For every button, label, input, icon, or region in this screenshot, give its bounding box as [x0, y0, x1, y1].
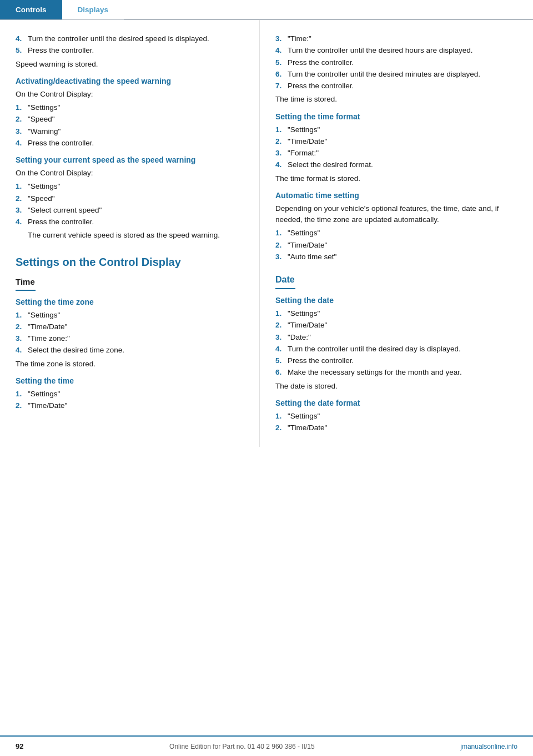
time-format-result: The time format is stored. [275, 173, 520, 184]
time-format-list: 1. "Settings" 2. "Time/Date" 3. "Format:… [275, 124, 520, 171]
list-item: 7. Press the controller. [275, 80, 520, 92]
auto-time-list: 1. "Settings" 2. "Time/Date" 3. "Auto ti… [275, 228, 520, 263]
section2-list: 1. "Settings" 2. "Speed" 3. "Select curr… [16, 181, 244, 228]
time-format-title: Setting the time format [275, 112, 520, 121]
setting-date-title: Setting the date [275, 296, 520, 305]
date-result: The date is stored. [275, 381, 520, 392]
date-format-title: Setting the date format [275, 399, 520, 407]
list-item: 1. "Settings" [275, 411, 520, 422]
list-item: 3. "Auto time set" [275, 251, 520, 263]
intro-list: 4. Turn the controller until the desired… [16, 33, 244, 57]
section2-title: Setting your current speed as the speed … [16, 155, 244, 164]
list-item: 4. Turn the controller until the desired… [275, 45, 520, 56]
section2-subtitle: On the Control Display: [16, 168, 244, 179]
list-item: 3. "Date:" [275, 332, 520, 343]
list-item: 3. "Time zone:" [16, 333, 244, 344]
section3-title: Settings on the Control Display [16, 255, 244, 269]
setting-time-title: Setting the time [16, 376, 244, 385]
list-item: 4. Turn the controller until the desired… [16, 33, 244, 44]
list-item: 6. Make the necessary settings for the m… [275, 367, 520, 378]
list-item: 4. Press the controller. [16, 138, 244, 149]
header-tabs: Controls Displays [0, 0, 533, 20]
section1-subtitle: On the Control Display: [16, 89, 244, 100]
list-item: 2. "Time/Date" [16, 400, 244, 411]
list-item: 3. "Format:" [275, 148, 520, 159]
setting-date-list: 1. "Settings" 2. "Time/Date" 3. "Date:" … [275, 308, 520, 379]
section1-title: Activating/deactivating the speed warnin… [16, 77, 244, 85]
footer: 92 Online Edition for Part no. 01 40 2 9… [0, 735, 533, 756]
date-divider [275, 288, 295, 289]
time-zone-result: The time zone is stored. [16, 359, 244, 370]
list-item: 3. "Select current speed" [16, 205, 244, 216]
list-item: 6. Turn the controller until the desired… [275, 69, 520, 80]
tab-displays[interactable]: Displays [62, 0, 124, 19]
section2-sub: The current vehicle speed is stored as t… [28, 230, 244, 241]
time-zone-title: Setting the time zone [16, 298, 244, 306]
time-result: The time is stored. [275, 94, 520, 105]
footer-logo: jmanualsonline.info [460, 743, 517, 750]
time-divider [16, 290, 36, 291]
auto-time-title: Automatic time setting [275, 191, 520, 200]
list-item: 1. "Settings" [16, 310, 244, 321]
content-area: 4. Turn the controller until the desired… [0, 20, 533, 447]
section1-list: 1. "Settings" 2. "Speed" 3. "Warning" 4.… [16, 102, 244, 149]
list-item: 3. "Warning" [16, 126, 244, 137]
setting-time-list: 1. "Settings" 2. "Time/Date" [16, 389, 244, 412]
footer-info: Online Edition for Part no. 01 40 2 960 … [169, 743, 315, 750]
auto-time-body: Depending on your vehicle's optional fea… [275, 203, 520, 226]
right-column: 3. "Time:" 4. Turn the controller until … [260, 20, 533, 447]
list-item: 3. "Time:" [275, 33, 520, 44]
list-item: 2. "Time/Date" [275, 320, 520, 331]
list-item: 2. "Time/Date" [275, 240, 520, 251]
list-item: 2. "Speed" [16, 193, 244, 204]
list-item: 1. "Settings" [16, 181, 244, 192]
list-item: 2. "Time/Date" [275, 422, 520, 434]
date-title: Date [275, 275, 520, 285]
list-item: 4. Turn the controller until the desired… [275, 344, 520, 355]
list-item: 4. Press the controller. [16, 216, 244, 228]
time-zone-list: 1. "Settings" 2. "Time/Date" 3. "Time zo… [16, 310, 244, 356]
list-item: 1. "Settings" [275, 228, 520, 239]
list-item: 2. "Speed" [16, 114, 244, 125]
footer-page-number: 92 [16, 742, 23, 750]
left-column: 4. Turn the controller until the desired… [0, 20, 260, 447]
list-item: 1. "Settings" [16, 102, 244, 113]
list-item: 2. "Time/Date" [16, 321, 244, 332]
time-continued-list: 3. "Time:" 4. Turn the controller until … [275, 33, 520, 92]
list-item: 5. Press the controller. [275, 355, 520, 366]
list-item: 5. Press the controller. [16, 45, 244, 56]
list-item: 1. "Settings" [275, 308, 520, 319]
list-item: 1. "Settings" [16, 389, 244, 400]
list-item: 1. "Settings" [275, 124, 520, 135]
date-format-list: 1. "Settings" 2. "Time/Date" [275, 411, 520, 434]
list-item: 2. "Time/Date" [275, 136, 520, 147]
list-item: 4. Select the desired time zone. [16, 345, 244, 356]
list-item: 5. Press the controller. [275, 57, 520, 68]
header-line [124, 0, 533, 19]
intro-result: Speed warning is stored. [16, 59, 244, 70]
time-title: Time [16, 277, 244, 286]
tab-controls[interactable]: Controls [0, 0, 62, 19]
list-item: 4. Select the desired format. [275, 159, 520, 170]
